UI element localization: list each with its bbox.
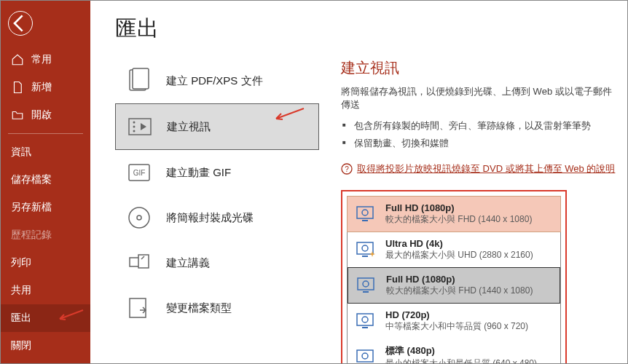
svg-text:GIF: GIF [133, 169, 146, 177]
export-video[interactable]: 建立視訊 [115, 103, 319, 150]
nav-history: 歷程記錄 [1, 221, 90, 249]
option-sub: 較大的檔案大小與 FHD (1440 x 1080) [386, 285, 533, 297]
svg-point-8 [129, 207, 149, 228]
export-label: 建立動畫 GIF [166, 166, 231, 180]
quality-option-fhd[interactable]: Full HD (1080p) 較大的檔案大小與 FHD (1440 x 108… [348, 267, 560, 304]
annotation-arrow-icon [272, 107, 305, 122]
option-sub: 中等檔案大小和中等品質 (960 x 720) [385, 320, 528, 333]
quality-option-sd[interactable]: 標準 (480p) 最小的檔案大小和最低品質 (640 x 480) [348, 339, 560, 363]
pdf-icon [125, 67, 153, 95]
export-disc[interactable]: 將簡報封裝成光碟 [115, 195, 319, 240]
video-icon [126, 113, 154, 141]
detail-desc: 將簡報儲存為視訊，以便燒錄到光碟、上傳到 Web 或以電子郵件傳送 [341, 85, 620, 111]
document-icon [11, 81, 24, 94]
nav-new[interactable]: 新增 [1, 74, 90, 101]
dd-selected-sub: 較大的檔案大小與 FHD (1440 x 1080) [385, 213, 532, 226]
nav-label: 另存新檔 [11, 201, 52, 214]
nav-print[interactable]: 列印 [1, 249, 90, 277]
change-type-icon [125, 294, 153, 322]
option-sub: 最大的檔案大小與 UHD (2880 x 2160) [385, 249, 533, 261]
svg-rect-15 [357, 207, 373, 218]
detail-title: 建立視訊 [341, 58, 620, 78]
quality-dropdown-list: Ultra HD (4k) 最大的檔案大小與 UHD (2880 x 2160)… [347, 232, 561, 363]
svg-rect-18 [357, 242, 373, 254]
bullet-item: 包含所有錄製的時間、旁白、筆跡線條，以及雷射筆筆勢 [341, 117, 620, 135]
svg-point-19 [362, 245, 368, 251]
option-title: Full HD (1080p) [386, 274, 533, 285]
nav-label: 開啟 [31, 108, 52, 122]
disc-icon [125, 204, 153, 232]
svg-rect-21 [358, 278, 374, 290]
export-pdf[interactable]: 建立 PDF/XPS 文件 [115, 58, 319, 103]
svg-text:?: ? [345, 165, 349, 173]
export-handout[interactable]: 建立講義 [115, 240, 319, 285]
svg-point-5 [133, 130, 136, 132]
nav-info[interactable]: 資訊 [1, 138, 90, 166]
nav-saveas[interactable]: 另存新檔 [1, 194, 90, 221]
nav-share[interactable]: 共用 [1, 277, 90, 304]
arrow-left-icon [9, 12, 32, 35]
nav-label: 歷程記錄 [11, 229, 52, 242]
svg-rect-26 [362, 327, 368, 328]
nav-close[interactable]: 關閉 [1, 332, 90, 360]
export-gif[interactable]: GIF 建立動畫 GIF [115, 150, 319, 195]
handout-icon [125, 249, 153, 277]
nav-label: 列印 [11, 256, 31, 269]
export-label: 建立視訊 [167, 120, 211, 134]
back-button[interactable] [8, 11, 33, 36]
export-detail-panel: 建立視訊 將簡報儲存為視訊，以便燒錄到光碟、上傳到 Web 或以電子郵件傳送 包… [341, 58, 627, 363]
nav-export[interactable]: 匯出 [1, 304, 90, 332]
svg-point-16 [362, 210, 368, 215]
quality-option-hd[interactable]: HD (720p) 中等檔案大小和中等品質 (960 x 720) [348, 304, 560, 339]
svg-rect-27 [357, 350, 373, 362]
main-panel: 匯出 建立 PDF/XPS 文件 建立視訊 GIF 建立動畫 GIF [90, 1, 627, 363]
export-label: 將簡報封裝成光碟 [166, 211, 254, 225]
export-type-list: 建立 PDF/XPS 文件 建立視訊 GIF 建立動畫 GIF 將簡報封裝成光碟 [115, 58, 319, 363]
nav-label: 匯出 [11, 312, 31, 325]
monitor-icon [355, 240, 375, 260]
svg-rect-2 [129, 119, 151, 135]
svg-rect-24 [357, 314, 373, 325]
nav-home[interactable]: 常用 [1, 46, 90, 74]
svg-point-3 [133, 122, 136, 124]
svg-rect-23 [363, 291, 369, 293]
option-title: 標準 (480p) [385, 344, 537, 357]
quality-option-uhd[interactable]: Ultra HD (4k) 最大的檔案大小與 UHD (2880 x 2160) [348, 232, 560, 267]
nav-save[interactable]: 儲存檔案 [1, 166, 90, 194]
monitor-icon [356, 275, 376, 296]
svg-rect-17 [362, 220, 368, 221]
backstage-sidebar: 常用 新增 開啟 資訊 儲存檔案 另存新檔 歷程記錄 列印 共用 匯出 關閉 [1, 1, 90, 363]
monitor-icon [355, 347, 375, 364]
nav-divider [8, 133, 83, 134]
option-sub: 最小的檔案大小和最低品質 (640 x 480) [385, 357, 537, 363]
svg-point-9 [137, 215, 141, 220]
nav-label: 儲存檔案 [11, 173, 52, 186]
monitor-icon [355, 204, 375, 224]
nav-open[interactable]: 開啟 [1, 101, 90, 129]
help-link[interactable]: 取得將投影片放映視訊燒錄至 DVD 或將其上傳至 Web 的說明 [357, 162, 615, 175]
nav-label: 共用 [11, 284, 31, 297]
svg-point-22 [363, 281, 369, 287]
export-label: 建立 PDF/XPS 文件 [166, 74, 263, 88]
help-icon: ? [341, 163, 353, 175]
quality-dropdown[interactable]: Full HD (1080p) 較大的檔案大小與 FHD (1440 x 108… [347, 196, 561, 232]
export-label: 變更檔案類型 [166, 301, 232, 315]
gif-icon: GIF [125, 159, 153, 186]
export-label: 建立講義 [166, 256, 210, 270]
svg-rect-29 [362, 363, 368, 364]
help-link-row: ? 取得將投影片放映視訊燒錄至 DVD 或將其上傳至 Web 的說明 [341, 162, 620, 175]
nav-label: 新增 [31, 81, 52, 94]
quality-dropdown-highlight: Full HD (1080p) 較大的檔案大小與 FHD (1440 x 108… [341, 190, 567, 363]
svg-rect-1 [133, 68, 149, 89]
annotation-arrow-icon [55, 309, 85, 322]
option-title: HD (720p) [385, 309, 528, 320]
option-title: Ultra HD (4k) [385, 238, 533, 249]
nav-label: 資訊 [11, 146, 31, 159]
nav-label: 常用 [31, 53, 52, 66]
svg-point-25 [362, 317, 368, 323]
export-change-type[interactable]: 變更檔案類型 [115, 285, 319, 331]
svg-point-28 [362, 353, 368, 359]
bullet-item: 保留動畫、切換和媒體 [341, 135, 620, 152]
folder-icon [11, 108, 24, 122]
page-title: 匯出 [115, 14, 627, 44]
